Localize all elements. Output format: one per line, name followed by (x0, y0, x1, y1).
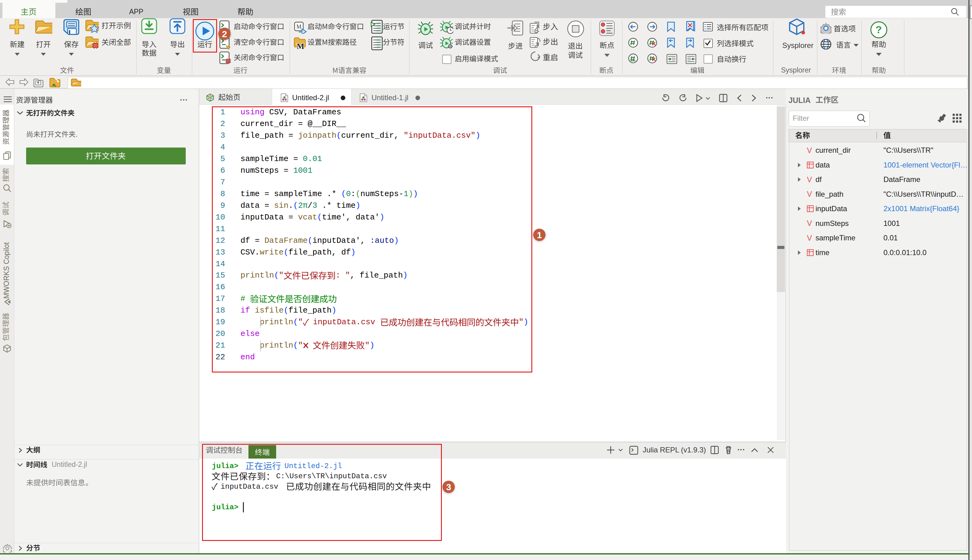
svg-text:M: M (296, 24, 301, 30)
svg-text:M: M (297, 42, 304, 49)
svg-text:?: ? (875, 24, 882, 35)
